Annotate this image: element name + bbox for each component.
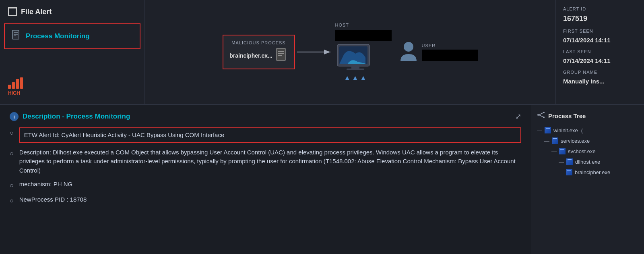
monitor-display: ▲ ▲ ▲ [335,44,376,81]
person-icon [400,41,418,63]
file-alert-title: File Alert [21,8,52,16]
file-alert-header: File Alert [4,4,140,19]
info-icon: i [10,112,19,121]
svg-point-14 [404,42,413,52]
tree-items: — wininit.exe ( — services.exe — svchost… [537,126,638,177]
tree-item-svchost: — svchost.exe [551,147,638,156]
svg-line-19 [539,115,543,117]
group-name-label: GROUP NAME [563,70,637,75]
bar1 [8,85,11,89]
monitor-icon [335,44,376,73]
process-tree-panel: Process Tree — wininit.exe ( — services.… [531,105,644,254]
tree-file-icon-1 [545,127,551,133]
severity-bar-chart-icon [8,77,23,89]
tree-item-services: — services.exe [544,136,638,145]
description-panel: i Description - Process Monitoring ⤢ ○ E… [0,105,531,254]
stop-icon [8,7,17,16]
process-tree-title: Process Tree [548,112,586,119]
tree-dash-2: — [544,138,549,144]
tree-dash-1: — [537,127,542,133]
tree-process-wininit: wininit.exe [553,127,578,133]
up-arrow-1: ▲ [344,74,351,81]
alert-id-value: 167519 [563,15,637,23]
last-seen-label: LAST SEEN [563,49,637,54]
group-name-value: Manually Ins... [563,78,637,85]
flow-container: MALICIOUS PROCESS braincipher.ex... [223,23,478,81]
flow-arrow [295,44,335,60]
user-label: USER [422,43,478,48]
tree-dash-4: — [559,159,564,165]
description-text-2: Description: Dllhost.exe executed a COM … [19,148,521,175]
description-item-2: ○ Description: Dllhost.exe executed a CO… [10,148,521,175]
svg-rect-12 [351,66,359,69]
tree-dash-3: — [551,148,557,154]
bullet-2: ○ [10,149,14,158]
tree-process-services: services.exe [561,138,590,144]
svg-point-16 [543,112,545,113]
description-item-3: ○ mechanism: PH NG [10,180,521,190]
up-arrow-2: ▲ [352,74,359,81]
bar4 [20,77,23,89]
alert-id-label: ALERT ID [563,6,637,11]
description-item-4: ○ NewProcess PID : 18708 [10,195,521,206]
host-value-box [335,30,392,41]
tree-process-dllhost: dllhost.exe [575,159,600,165]
severity-section: HIGH [4,73,140,100]
alert-info-panel: ALERT ID 167519 FIRST SEEN 07/14/2024 14… [555,0,644,104]
severity-label: HIGH [8,90,20,96]
user-section: USER [400,41,478,63]
svg-point-17 [543,117,545,118]
process-monitoring-box[interactable]: Process Monitoring [4,23,140,49]
host-label: HOST [335,23,349,27]
description-header-left: i Description - Process Monitoring [10,112,130,121]
description-list: ○ ETW Alert Id: CyAlert Heuristic Activi… [10,127,521,206]
tree-process-braincipher: braincipher.exe [575,169,610,175]
tree-item-braincipher: braincipher.exe [566,168,638,177]
last-seen-value: 07/14/2024 14:11 [563,57,637,64]
description-header: i Description - Process Monitoring ⤢ [10,112,521,121]
description-title: Description - Process Monitoring [23,112,130,121]
tree-file-icon-5 [566,169,572,175]
bullet-4: ○ [10,196,14,206]
tree-file-icon-3 [559,148,566,154]
description-text-1: ETW Alert Id: CyAlert Heuristic Activity… [19,127,521,143]
tree-file-icon-4 [566,158,573,165]
malicious-file-icon [276,48,288,64]
description-item-1: ○ ETW Alert Id: CyAlert Heuristic Activi… [10,127,521,143]
tree-process-svchost: svchost.exe [568,148,596,154]
description-text-3: mechanism: PH NG [19,180,521,189]
user-row: USER [400,41,478,63]
svg-rect-4 [277,48,285,60]
bullet-3: ○ [10,181,14,190]
bullet-1: ○ [10,128,14,138]
first-seen-value: 07/14/2024 14:11 [563,37,637,44]
malicious-process-name: braincipher.ex... [229,52,272,59]
svg-rect-13 [347,69,364,70]
bar2 [12,82,15,89]
svg-point-15 [537,114,539,116]
tree-item-dllhost: — dllhost.exe [559,157,638,166]
bar3 [16,79,19,89]
flow-section: MALICIOUS PROCESS braincipher.ex... [145,0,555,104]
malicious-process-label: MALICIOUS PROCESS [231,40,285,45]
bottom-section: i Description - Process Monitoring ⤢ ○ E… [0,105,644,254]
expand-icon[interactable]: ⤢ [515,112,521,121]
process-monitoring-label: Process Monitoring [26,32,90,40]
left-panel: File Alert Process Monitoring HIGH [0,0,145,104]
monitor-arrows: ▲ ▲ ▲ [344,74,367,81]
process-tree-icon [537,111,545,120]
user-value-box [422,50,478,61]
host-monitor-section: HOST [335,23,392,81]
tree-bracket-1: ( [581,127,583,133]
svg-rect-0 [12,30,19,39]
document-icon [12,30,21,43]
top-section: File Alert Process Monitoring HIGH [0,0,644,105]
description-text-4: NewProcess PID : 18708 [19,195,521,204]
process-tree-header: Process Tree [537,111,638,120]
malicious-process-box: MALICIOUS PROCESS braincipher.ex... [223,35,295,69]
first-seen-label: FIRST SEEN [563,29,637,33]
tree-file-icon-2 [552,137,558,144]
tree-item-wininit: — wininit.exe ( [537,126,638,135]
up-arrow-3: ▲ [360,74,366,81]
svg-line-18 [539,113,543,115]
